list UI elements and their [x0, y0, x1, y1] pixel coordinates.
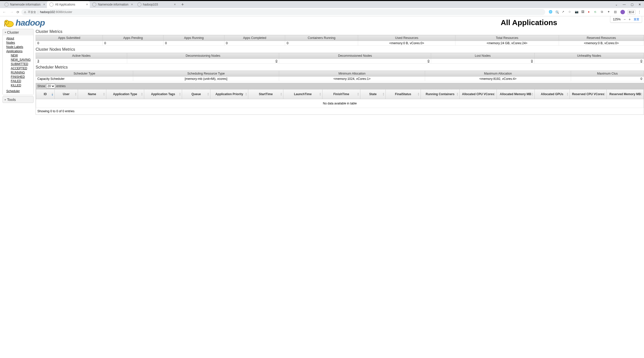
back-button[interactable]: ←	[2, 10, 7, 14]
sidebar-state-running[interactable]: RUNNING	[11, 71, 25, 74]
panel-header-cluster[interactable]: ▾ Cluster	[3, 29, 33, 35]
th-lost-nodes[interactable]: Lost Nodes	[431, 53, 534, 59]
th-apps-submitted[interactable]: Apps Submitted	[36, 35, 103, 41]
reload-button[interactable]: ⟳	[17, 10, 19, 14]
sidebar-link-node-labels[interactable]: Node Labels	[6, 45, 23, 49]
cell-unhealthy-nodes[interactable]: 0	[534, 59, 644, 64]
sidebar-link-scheduler[interactable]: Scheduler	[6, 89, 20, 93]
th-total-resources[interactable]: Total Resources	[455, 35, 559, 41]
th-final-status[interactable]: FinalStatus▲▼	[385, 89, 421, 99]
window-minimize-icon[interactable]: —	[623, 3, 626, 6]
translate-chip[interactable]: 翻译	[627, 10, 635, 15]
no-data-row: No data available in table	[36, 99, 644, 108]
th-res-cpu[interactable]: Reserved CPU VCores▲▼	[570, 89, 607, 99]
th-scheduler-type[interactable]: Scheduler Type	[36, 71, 133, 77]
translate-icon[interactable]: 🌐	[549, 10, 553, 14]
tab-all-applications[interactable]: All Applications ×	[47, 1, 90, 8]
menu-icon[interactable]: ⋮	[638, 10, 641, 14]
cell-lost-nodes[interactable]: 0	[431, 59, 534, 64]
close-icon[interactable]: ×	[131, 3, 133, 6]
th-alloc-mem[interactable]: Allocated Memory MB▲▼	[497, 89, 534, 99]
image-icon[interactable]: 🖼	[581, 10, 585, 14]
hadoop-logo[interactable]: hadoop	[0, 17, 45, 28]
tab-label: Namenode information	[98, 3, 128, 6]
th-alloc-gpus[interactable]: Allocated GPUs▲▼	[535, 89, 570, 99]
window-more-icon[interactable]: ⌄	[615, 3, 618, 6]
th-max-alloc[interactable]: Maximum Allocation	[425, 71, 571, 77]
th-state[interactable]: State▲▼	[360, 89, 385, 99]
sidepanel-icon[interactable]: ▤	[614, 10, 618, 14]
th-apps-pending[interactable]: Apps Pending	[103, 35, 164, 41]
zoom-out-button[interactable]: −	[624, 17, 626, 21]
address-bar[interactable]: ⚠ 不安全 | hadoop102:8088/cluster	[21, 9, 545, 15]
th-app-priority[interactable]: Application Priority▲▼	[210, 89, 248, 99]
th-apps-completed[interactable]: Apps Completed	[224, 35, 285, 41]
th-reserved-resources[interactable]: Reserved Resources	[559, 35, 644, 41]
record-icon[interactable]: ●	[588, 10, 592, 14]
th-finish-time[interactable]: FinishTime▲▼	[322, 89, 360, 99]
sidebar-state-killed[interactable]: KILLED	[11, 84, 21, 87]
window-close-icon[interactable]: ✕	[638, 3, 641, 6]
close-icon[interactable]: ×	[174, 3, 176, 6]
zoom-reset-button[interactable]: 重置	[634, 18, 639, 21]
insecure-label: 不安全	[28, 10, 36, 14]
sidebar-link-nodes[interactable]: Nodes	[6, 41, 15, 44]
th-used-resources[interactable]: Used Resources	[358, 35, 455, 41]
th-running-containers[interactable]: Running Containers▲▼	[421, 89, 459, 99]
profile-avatar[interactable]	[620, 10, 625, 14]
cell-active-nodes[interactable]: 3	[36, 59, 127, 64]
th-launch-time[interactable]: LaunchTime▲▼	[283, 89, 322, 99]
th-start-time[interactable]: StartTime▲▼	[248, 89, 283, 99]
th-resource-type[interactable]: Scheduling Resource Type	[133, 71, 279, 77]
tab-hadoop103[interactable]: hadoop103 ×	[135, 1, 178, 8]
extensions-icon[interactable]: ✦	[607, 10, 611, 14]
sidebar-link-about[interactable]: About	[6, 37, 14, 40]
close-icon[interactable]: ×	[43, 3, 45, 6]
th-user[interactable]: User▲▼	[54, 89, 78, 99]
th-unhealthy-nodes[interactable]: Unhealthy Nodes	[534, 53, 644, 59]
cell-reserved-resources: <memory:0 B, vCores:0>	[559, 41, 644, 46]
cell-containers-running: 0	[285, 41, 358, 46]
panel-header-tools[interactable]: ▸ Tools	[3, 96, 33, 103]
section-nodes-metrics: Cluster Nodes Metrics	[36, 47, 644, 52]
cell-apps-running: 0	[164, 41, 224, 46]
th-id[interactable]: ID▲▼	[36, 89, 55, 99]
zoom-in-button[interactable]: +	[629, 17, 631, 21]
new-tab-button[interactable]: +	[179, 2, 186, 7]
tab-namenode-info-1[interactable]: Namenode information ×	[2, 1, 47, 8]
th-name[interactable]: Name▲▼	[78, 89, 106, 99]
th-queue[interactable]: Queue▲▼	[182, 89, 210, 99]
sidebar-state-new-saving[interactable]: NEW_SAVING	[11, 58, 31, 62]
star-icon[interactable]: ☆	[568, 10, 572, 14]
th-alloc-cpu[interactable]: Allocated CPU VCores▲▼	[460, 89, 497, 99]
sidebar-state-accepted[interactable]: ACCEPTED	[11, 67, 27, 70]
camera-icon[interactable]: 📷	[575, 10, 579, 14]
leaf-icon[interactable]: ⎋	[594, 10, 598, 14]
forward-button[interactable]: →	[9, 10, 15, 14]
tab-namenode-info-2[interactable]: Namenode information ×	[90, 1, 135, 8]
share-icon[interactable]: ↗	[562, 10, 566, 14]
close-icon[interactable]: ×	[86, 3, 88, 6]
th-app-type[interactable]: Application Type▲▼	[106, 89, 144, 99]
th-decommissioning[interactable]: Decommissioning Nodes	[127, 53, 279, 59]
cell-decommissioned[interactable]: 0	[279, 59, 431, 64]
sidebar-state-failed[interactable]: FAILED	[11, 79, 21, 83]
search-icon[interactable]: 🔍	[555, 10, 559, 14]
sidebar-state-new[interactable]: NEW	[11, 54, 18, 57]
th-app-tags[interactable]: Application Tags▲▼	[144, 89, 182, 99]
cell-max-alloc: <memory:8192, vCores:4>	[425, 77, 571, 81]
window-maximize-icon[interactable]: ▢	[631, 3, 633, 6]
th-decommissioned[interactable]: Decommissioned Nodes	[279, 53, 431, 59]
th-containers-running[interactable]: Containers Running	[285, 35, 358, 41]
th-active-nodes[interactable]: Active Nodes	[36, 53, 127, 59]
copy-icon[interactable]: ⧉	[601, 10, 605, 14]
sidebar-state-finished[interactable]: FINISHED	[11, 75, 25, 79]
th-apps-running[interactable]: Apps Running	[164, 35, 224, 41]
sidebar-link-applications[interactable]: Applications	[6, 49, 23, 53]
th-res-mem[interactable]: Reserved Memory MB▲▼	[607, 89, 644, 99]
cell-decommissioning[interactable]: 0	[127, 59, 279, 64]
entries-select[interactable]: 20	[46, 84, 55, 88]
th-min-alloc[interactable]: Minimum Allocation	[279, 71, 425, 77]
th-max-cluster[interactable]: Maximum Clus	[571, 71, 644, 77]
sidebar-state-submitted[interactable]: SUBMITTED	[11, 62, 28, 66]
